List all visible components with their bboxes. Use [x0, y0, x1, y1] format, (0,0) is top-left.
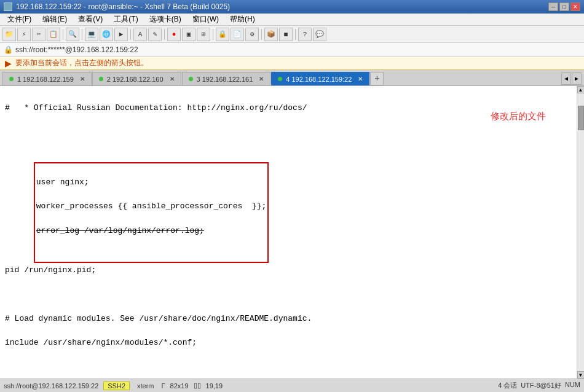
toolbar-btn6[interactable]: 💻	[85, 28, 98, 41]
code-line-8: # Load dynamic modules. See /usr/share/d…	[5, 313, 572, 325]
code-content: # * Official Russian Documentation: http…	[5, 90, 572, 378]
toolbar: 📁 ⚡ ✂ 📋 🔍 💻 🌐 ▶ A ✎ ● ▣ ⊞ 🔒 📄 ⚙ 📦 ◼ ? 💬	[0, 26, 584, 43]
toolbar-btn4[interactable]: 📋	[47, 28, 60, 41]
toolbar-btn17[interactable]: 📦	[264, 28, 278, 41]
code-line-1: # * Official Russian Documentation: http…	[5, 102, 572, 114]
status-sep: ▯▯	[194, 382, 201, 390]
status-dimensions: 82x19	[170, 382, 189, 390]
tab-3-close[interactable]: ✕	[259, 76, 264, 82]
status-mode: NUM	[565, 381, 580, 390]
toolbar-btn13[interactable]: ⊞	[197, 28, 210, 41]
separator2	[82, 29, 82, 40]
app-icon	[4, 2, 12, 11]
terminal-scrollbar[interactable]: ▲ ▼	[577, 86, 584, 378]
separator5	[213, 29, 213, 40]
menu-file[interactable]: 文件(F)	[2, 13, 36, 26]
toolbar-btn8[interactable]: ▶	[114, 28, 128, 41]
menu-bar: 文件(F) 编辑(E) 查看(V) 工具(T) 选项卡(B) 窗口(W) 帮助(…	[0, 14, 584, 26]
status-encoding: UTF-8@51好	[521, 381, 561, 390]
toolbar-btn7[interactable]: 🌐	[100, 28, 113, 41]
tab-4[interactable]: 4 192.168.122.159:22 ✕	[271, 72, 369, 85]
tab-3-label: 3 192.168.122.161	[197, 76, 253, 83]
title-bar: 192.168.122.159:22 - root@ansible:~ - Xs…	[0, 0, 584, 14]
toolbar-btn16[interactable]: ⚙	[245, 28, 259, 41]
code-line-9: include /usr/share/nginx/modules/*.conf;	[5, 337, 572, 349]
terminal-main[interactable]: # * Official Russian Documentation: http…	[0, 86, 577, 378]
menu-tabs[interactable]: 选项卡(B)	[144, 13, 186, 26]
code-line-3: user nginx;	[36, 176, 266, 189]
toolbar-btn2[interactable]: ⚡	[17, 28, 31, 41]
tab-prev-button[interactable]: ◀	[561, 73, 571, 85]
status-host: ssh://root@192.168.122.159:22	[4, 382, 98, 390]
tab-next-button[interactable]: ▶	[572, 73, 582, 85]
info-bar: ▶ 要添加当前会话，点击左侧的箭头按钮。	[0, 57, 584, 70]
toolbar-btn10[interactable]: ✎	[148, 28, 162, 41]
arrow-icon: ▶	[5, 58, 12, 68]
status-sessions: 4 会话	[498, 381, 517, 390]
menu-view[interactable]: 查看(V)	[73, 13, 108, 26]
tab-2-label: 2 192.168.122.160	[107, 76, 164, 83]
tab-1-label: 1 192.168.122.159	[17, 76, 74, 83]
new-session-button[interactable]: 📁	[2, 28, 16, 41]
toolbar-btn11[interactable]: ●	[167, 28, 181, 41]
toolbar-btn12[interactable]: ▣	[182, 28, 195, 41]
menu-edit[interactable]: 编辑(E)	[37, 13, 72, 26]
code-line-blank2	[5, 288, 572, 300]
separator4	[164, 29, 165, 40]
terminal-container: # * Official Russian Documentation: http…	[0, 86, 584, 378]
tab-3[interactable]: 3 192.168.122.161 ✕	[182, 72, 271, 85]
code-line-5: error_log /var/log/nginx/error.log;	[36, 225, 266, 237]
tab-2-close[interactable]: ✕	[170, 76, 175, 82]
chat-button[interactable]: 💬	[313, 28, 326, 41]
menu-help[interactable]: 帮助(H)	[225, 13, 260, 26]
scroll-up-button[interactable]: ▲	[577, 86, 585, 93]
help-button[interactable]: ?	[298, 28, 312, 41]
close-button[interactable]: ✕	[570, 2, 580, 11]
status-size: Γ	[162, 382, 165, 390]
info-text: 要添加当前会话，点击左侧的箭头按钮。	[15, 58, 148, 68]
tab-dot-2	[99, 77, 103, 81]
separator7	[295, 29, 296, 40]
tab-dot-4	[278, 77, 282, 81]
window-title: 192.168.122.159:22 - root@ansible:~ - Xs…	[16, 2, 230, 11]
separator3	[130, 29, 131, 40]
code-line-blank3	[5, 361, 572, 374]
toolbar-btn18[interactable]: ◼	[279, 28, 293, 41]
code-line-4: worker_processes {{ ansible_processor_co…	[36, 200, 266, 213]
highlight-region-1: user nginx; worker_processes {{ ansible_…	[34, 162, 269, 263]
tab-1[interactable]: 1 192.168.122.159 ✕	[2, 72, 92, 85]
annotation-text: 修改后的文件	[491, 111, 546, 122]
lock-icon: 🔒	[4, 45, 13, 54]
tab-add-button[interactable]: +	[370, 72, 384, 85]
toolbar-btn3[interactable]: ✂	[32, 28, 45, 41]
tab-2[interactable]: 2 192.168.122.160 ✕	[92, 72, 181, 85]
tab-dot-1	[9, 77, 14, 81]
toolbar-btn9[interactable]: A	[133, 28, 147, 41]
menu-window[interactable]: 窗口(W)	[187, 13, 224, 26]
tab-4-label: 4 192.168.122.159:22	[286, 76, 352, 83]
toolbar-btn5[interactable]: 🔍	[66, 28, 79, 41]
status-bar: ssh://root@192.168.122.159:22 SSH2 xterm…	[0, 378, 584, 392]
maximize-button[interactable]: □	[559, 2, 569, 11]
tab-1-close[interactable]: ✕	[80, 76, 85, 82]
status-terminal: xterm	[135, 382, 157, 390]
address-bar: 🔒 ssh://root:******@192.168.122.159:22	[0, 43, 584, 57]
minimize-button[interactable]: ─	[548, 2, 558, 11]
address-text: ssh://root:******@192.168.122.159:22	[15, 45, 138, 54]
menu-tools[interactable]: 工具(T)	[109, 13, 143, 26]
status-cursor: 19,19	[206, 382, 223, 390]
toolbar-btn14[interactable]: 🔒	[216, 28, 229, 41]
tab-navigation: ◀ ▶	[561, 73, 582, 85]
code-line-6: pid /run/nginx.pid;	[5, 264, 572, 276]
status-right: 4 会话 UTF-8@51好 NUM	[498, 381, 580, 390]
toolbar-btn15[interactable]: 📄	[231, 28, 244, 41]
code-line-blank1	[5, 126, 572, 138]
scroll-thumb[interactable]	[578, 106, 584, 130]
scroll-down-button[interactable]: ▼	[577, 371, 585, 378]
separator6	[261, 29, 262, 40]
separator1	[63, 29, 63, 40]
tab-bar: 1 192.168.122.159 ✕ 2 192.168.122.160 ✕ …	[0, 70, 584, 86]
status-protocol: SSH2	[103, 382, 130, 390]
tab-4-close[interactable]: ✕	[358, 76, 363, 82]
tab-dot-3	[189, 77, 193, 81]
